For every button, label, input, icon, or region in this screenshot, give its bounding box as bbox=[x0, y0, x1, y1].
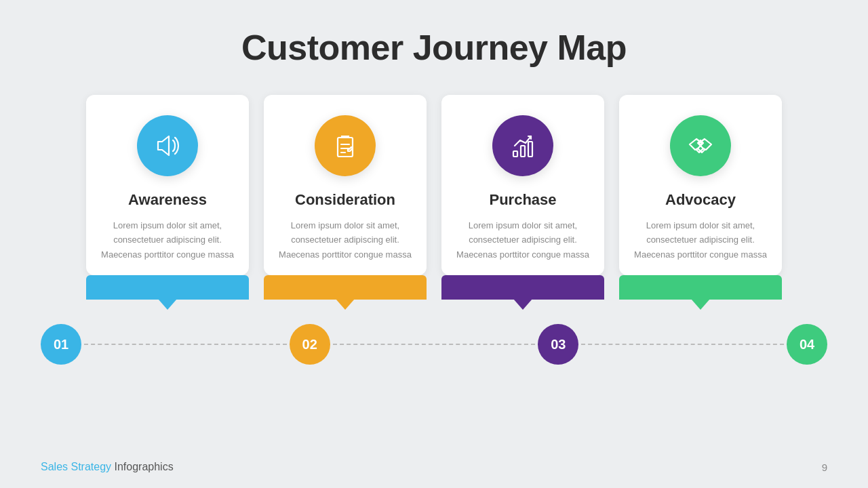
card-text-awareness: Lorem ipsum dolor sit amet, consectetuer… bbox=[100, 218, 235, 262]
timeline-node-purchase: 03 bbox=[538, 324, 578, 365]
timeline-row: 01020304 bbox=[41, 324, 827, 365]
card-arrow-consideration bbox=[336, 299, 355, 310]
timeline-node-awareness: 01 bbox=[41, 324, 81, 365]
cards-row: AwarenessLorem ipsum dolor sit amet, con… bbox=[41, 95, 827, 300]
card-footer-awareness bbox=[86, 275, 249, 300]
card-advocacy: AdvocacyLorem ipsum dolor sit amet, cons… bbox=[619, 95, 782, 275]
card-text-advocacy: Lorem ipsum dolor sit amet, consectetuer… bbox=[633, 218, 768, 262]
card-wrapper-purchase: PurchaseLorem ipsum dolor sit amet, cons… bbox=[441, 95, 604, 300]
icon-circle-awareness bbox=[137, 115, 198, 176]
card-footer-purchase bbox=[441, 275, 604, 300]
svg-rect-5 bbox=[521, 146, 525, 157]
svg-rect-4 bbox=[513, 151, 517, 157]
icon-circle-consideration bbox=[315, 115, 376, 176]
footer-branding: Sales Strategy Infographics bbox=[41, 461, 174, 473]
card-arrow-purchase bbox=[513, 299, 532, 310]
card-title-consideration: Consideration bbox=[295, 191, 395, 209]
card-text-consideration: Lorem ipsum dolor sit amet, consectetuer… bbox=[277, 218, 413, 262]
footer-sub: Infographics bbox=[111, 461, 174, 472]
timeline-line-1 bbox=[333, 344, 536, 345]
card-title-purchase: Purchase bbox=[489, 191, 556, 209]
slide-title: Customer Journey Map bbox=[241, 27, 627, 68]
svg-rect-6 bbox=[528, 142, 532, 157]
card-title-awareness: Awareness bbox=[128, 191, 207, 209]
timeline-line-0 bbox=[84, 344, 287, 345]
timeline-node-advocacy: 04 bbox=[787, 324, 827, 365]
card-arrow-awareness bbox=[158, 299, 177, 310]
footer-brand: Sales Strategy bbox=[41, 461, 111, 472]
timeline-line-2 bbox=[581, 344, 784, 345]
card-wrapper-advocacy: AdvocacyLorem ipsum dolor sit amet, cons… bbox=[619, 95, 782, 300]
slide: Customer Journey Map AwarenessLorem ipsu… bbox=[0, 0, 868, 488]
card-text-purchase: Lorem ipsum dolor sit amet, consectetuer… bbox=[455, 218, 591, 262]
card-wrapper-consideration: ConsiderationLorem ipsum dolor sit amet,… bbox=[264, 95, 427, 300]
card-consideration: ConsiderationLorem ipsum dolor sit amet,… bbox=[264, 95, 427, 275]
card-purchase: PurchaseLorem ipsum dolor sit amet, cons… bbox=[441, 95, 604, 275]
timeline-node-consideration: 02 bbox=[290, 324, 330, 365]
icon-circle-purchase bbox=[492, 115, 553, 176]
footer: Sales Strategy Infographics 9 bbox=[41, 461, 827, 473]
icon-circle-advocacy bbox=[670, 115, 731, 176]
card-arrow-advocacy bbox=[691, 299, 710, 310]
card-title-advocacy: Advocacy bbox=[665, 191, 736, 209]
card-awareness: AwarenessLorem ipsum dolor sit amet, con… bbox=[86, 95, 249, 275]
footer-page: 9 bbox=[822, 462, 827, 473]
card-footer-consideration bbox=[264, 275, 427, 300]
card-footer-advocacy bbox=[619, 275, 782, 300]
card-wrapper-awareness: AwarenessLorem ipsum dolor sit amet, con… bbox=[86, 95, 249, 300]
